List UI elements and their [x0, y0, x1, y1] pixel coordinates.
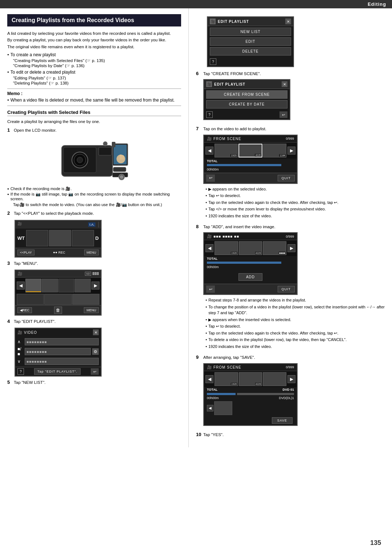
step8-bullet-5: To delete a video in the playlist (lower…: [205, 337, 385, 343]
back-btn[interactable]: ↩: [91, 368, 99, 375]
thumb-1[interactable]: 1920: [215, 144, 238, 157]
delete-btn[interactable]: DELETE: [210, 47, 291, 56]
edit-playlist-screen-2: 🎥 EDIT PLAYLIST ✕ CREATE FROM SCENE CREA…: [203, 79, 290, 120]
play-screen: 🎥 I.A. WT D <<PLAY: [15, 220, 102, 258]
edit-btn[interactable]: EDIT: [210, 37, 291, 46]
save-bottom-thumb-1[interactable]: [214, 401, 232, 415]
left-column: Creating Playlists from the Recorded Vid…: [0, 8, 189, 447]
from-scene-nav: ◀ 1920 4220 1184: [204, 143, 297, 159]
save-thumb-2[interactable]: 4220: [239, 372, 262, 386]
add-back-btn[interactable]: ↩: [206, 286, 215, 293]
help-btn[interactable]: ?: [17, 368, 24, 375]
play-btn[interactable]: <<PLAY: [17, 250, 34, 255]
svg-rect-7: [99, 147, 111, 155]
save-bottom-left[interactable]: ◀: [207, 405, 213, 411]
step-6-text: Tap "CREATE FROM SCENE".: [203, 71, 261, 76]
close-btn-2[interactable]: ✕: [282, 81, 287, 87]
edit-playlist-btn[interactable]: Tap "EDIT PLAYLIST".: [34, 368, 81, 375]
menu-rec-btn[interactable]: ◀REC: [17, 307, 32, 313]
close-btn-1[interactable]: ✕: [285, 19, 291, 24]
add-button[interactable]: ADD: [238, 273, 262, 281]
help-icon-1[interactable]: ?: [210, 58, 216, 65]
step7-bullet-3: Tap </> or move the zoom lever to displa…: [205, 206, 385, 212]
intro-p1: A list created by selecting your favorit…: [7, 30, 181, 37]
video-screen-header: 🎥 VIDEO ✕: [15, 328, 101, 336]
back-btn-2[interactable]: ↩: [279, 111, 287, 118]
playlist-icon-2: 🎥: [206, 81, 212, 87]
camera-icon: 🎥: [17, 222, 22, 227]
save-dvd-name-row: 00h00m DVD(DL)1: [204, 396, 297, 401]
video-row-bar-1[interactable]: ■■■■■■■■: [25, 338, 99, 345]
from-scene-title: FROM SCENE: [212, 137, 286, 141]
quit-btn-2[interactable]: QUIT: [278, 286, 295, 292]
play-controls: <<PLAY REC MENU: [15, 248, 101, 257]
add-screen-title: ■■■ ■■■■ ■■: [212, 234, 286, 238]
add-thumb-3[interactable]: ■■■■: [263, 241, 286, 255]
intro-text: A list created by selecting your favorit…: [7, 30, 181, 50]
save-count: 0/999: [286, 365, 294, 369]
save-dvd-label: DVD 01: [282, 388, 294, 391]
step-4-text: Tap "EDIT PLAYLIST".: [14, 319, 56, 325]
video-row-bar-2[interactable]: ■■■■■■■■: [25, 348, 91, 355]
step-5: 5 Tap "NEW LIST".: [7, 379, 181, 386]
menu-right-arrow[interactable]: ▶: [91, 282, 99, 290]
subsection-heading: Creating Playlists with Selected Files: [7, 110, 181, 116]
save-dvd-name: DVD(DL)1: [279, 396, 294, 400]
step8-bullet-3: Tap ↩ to deselect.: [205, 323, 385, 329]
menu-btn[interactable]: MENU: [84, 250, 99, 255]
add-right-arrow[interactable]: ▶: [287, 244, 295, 252]
video-screen: 🎥 VIDEO ✕ ∧ ■■■■■■■■ ■/■ ■■■■■■■■: [15, 328, 102, 377]
video-close-btn[interactable]: ✕: [93, 329, 99, 335]
rec-label: REC: [58, 251, 65, 254]
gear-icon[interactable]: ⚙: [92, 348, 99, 355]
step7-bullets: ▶ appears on the selected video. Tap ↩ t…: [205, 186, 385, 219]
step8-bullet-4: Tap on the selected video again to check…: [205, 330, 385, 336]
save-button[interactable]: SAVE: [272, 417, 293, 424]
save-thumb-1[interactable]: 1920: [215, 372, 238, 386]
video-row-bar-3[interactable]: ■■■■■■■■: [25, 358, 99, 365]
scene-right-arrow[interactable]: ▶: [287, 147, 295, 155]
video-row-2: ■/■ ■■■■■■■■ ⚙: [17, 346, 99, 357]
intro-p2: By creating a playlist, you can play bac…: [7, 37, 181, 43]
menu-menu-btn[interactable]: MENU: [84, 307, 99, 313]
ia-badge: I.A.: [88, 222, 95, 227]
subsection-desc: Create a playlist by arranging the files…: [7, 118, 181, 125]
save-total-row: TOTAL DVD 01: [204, 387, 297, 392]
help-icon-2[interactable]: ?: [206, 111, 213, 118]
memo-title: Memo :: [7, 91, 181, 96]
memo-box: Memo : When a video file is deleted or m…: [7, 89, 181, 106]
video-screen-footer: ? Tap "EDIT PLAYLIST". ↩: [15, 367, 101, 376]
save-btn-wrap: SAVE: [204, 416, 297, 425]
step7-bullet-4: 1920 indicates the size of the video.: [205, 213, 385, 219]
save-right-arrow[interactable]: ▶: [287, 375, 295, 383]
svg-rect-14: [121, 155, 122, 160]
thumb-2[interactable]: 4220: [238, 144, 262, 157]
svg-point-17: [120, 175, 123, 179]
add-thumb-1[interactable]: 1920: [215, 241, 238, 255]
add-btn-wrap: ADD: [204, 270, 297, 284]
down-arrow-icon: ∨: [17, 359, 23, 364]
save-left-arrow[interactable]: ◀: [205, 375, 213, 383]
add-scene-nav: ◀ 1920 4220 ■■■■: [204, 240, 297, 256]
step-2-num: 2: [7, 210, 14, 216]
page-title: Creating Playlists from the Recorded Vid…: [12, 17, 134, 23]
menu-left-arrow[interactable]: ◀: [17, 282, 25, 290]
step-4-num: 4: [7, 319, 14, 324]
thumb-3[interactable]: 1184: [263, 144, 286, 157]
menu-trash-icon[interactable]: 🗑: [54, 307, 62, 314]
from-scene-total: TOTAL: [204, 159, 297, 164]
scene-left-arrow[interactable]: ◀: [205, 147, 213, 155]
save-thumb-3[interactable]: [263, 372, 286, 386]
create-by-date-btn[interactable]: CREATE BY DATE: [206, 100, 287, 108]
add-thumb-2[interactable]: 4220: [239, 241, 262, 255]
create-from-scene-btn[interactable]: CREATE FROM SCENE: [206, 90, 287, 99]
new-list-btn[interactable]: NEW LIST: [210, 28, 291, 36]
scene-back-btn[interactable]: ↩: [206, 175, 215, 182]
quit-btn-1[interactable]: QUIT: [278, 175, 295, 181]
svg-rect-9: [113, 167, 126, 172]
add-left-arrow[interactable]: ◀: [205, 244, 213, 252]
add-total-label: TOTAL: [207, 257, 217, 260]
screen-header-2: 🎥 EDIT PLAYLIST ✕: [204, 80, 290, 89]
menu-controls: ◀REC 🗑 MENU: [15, 305, 101, 315]
step-7-content: Tap on the video to add to playlist. 🎥 F…: [203, 126, 385, 220]
